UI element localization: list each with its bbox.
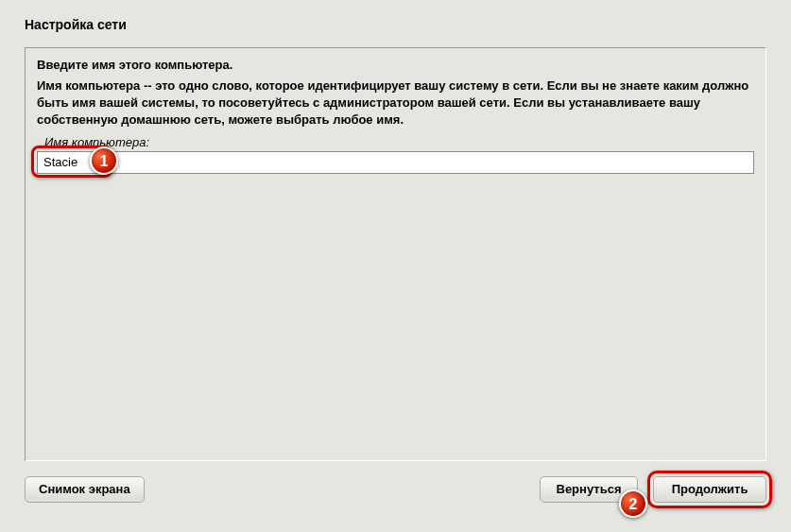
hostname-label: Имя компьютера: xyxy=(44,135,754,149)
content-frame: Введите имя этого компьютера. Имя компью… xyxy=(25,47,766,461)
back-button[interactable]: Вернуться xyxy=(540,476,638,503)
continue-button[interactable]: Продолжить xyxy=(653,476,766,503)
installer-window: Настройка сети Введите имя этого компьют… xyxy=(15,9,776,520)
screenshot-button[interactable]: Снимок экрана xyxy=(25,476,145,503)
hostname-input[interactable] xyxy=(37,151,754,174)
window-title: Настройка сети xyxy=(15,9,776,42)
prompt-text: Введите имя этого компьютера. xyxy=(37,58,754,72)
description-text: Имя компьютера -- это одно слово, которо… xyxy=(37,77,754,129)
hostname-input-wrap xyxy=(37,151,754,174)
button-row: Снимок экрана Вернуться Продолжить xyxy=(25,472,766,508)
